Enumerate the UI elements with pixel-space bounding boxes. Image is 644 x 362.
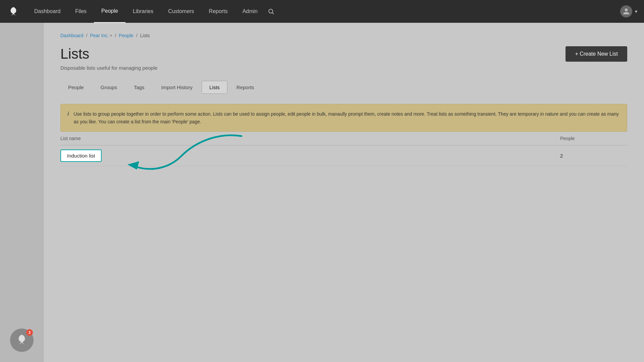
left-sidebar	[0, 23, 44, 362]
org-chevron-icon: ▾	[110, 33, 112, 38]
widget-icon	[16, 334, 28, 347]
info-text: Use lists to group people together in or…	[73, 110, 620, 125]
people-count: 2	[560, 153, 627, 159]
tab-groups[interactable]: Groups	[93, 81, 125, 94]
user-menu-chevron[interactable]: ▾	[635, 9, 637, 14]
page-title-area: Lists	[60, 46, 89, 62]
nav-reports[interactable]: Reports	[202, 0, 235, 23]
breadcrumb-sep-1: /	[86, 33, 88, 38]
info-box: i Use lists to group people together in …	[60, 104, 627, 132]
column-list-name: List name	[60, 136, 560, 141]
tab-people[interactable]: People	[60, 81, 92, 94]
logo[interactable]	[7, 5, 20, 18]
create-new-list-button[interactable]: + Create New List	[566, 46, 627, 62]
avatar[interactable]	[620, 5, 632, 17]
main-content: Dashboard / Pear Inc. ▾ / People / Lists…	[44, 23, 644, 362]
column-people: People	[560, 136, 627, 141]
table-header: List name People	[60, 132, 627, 145]
tab-reports[interactable]: Reports	[229, 81, 262, 94]
breadcrumb-dashboard[interactable]: Dashboard	[60, 33, 84, 38]
nav-links: Dashboard Files People Libraries Custome…	[27, 0, 620, 23]
search-icon[interactable]	[265, 5, 277, 17]
info-icon: i	[67, 111, 69, 125]
nav-files[interactable]: Files	[68, 0, 94, 23]
nav-admin[interactable]: Admin	[235, 0, 265, 23]
page-title: Lists	[60, 46, 89, 62]
tab-tags[interactable]: Tags	[126, 81, 152, 94]
breadcrumb: Dashboard / Pear Inc. ▾ / People / Lists	[60, 33, 627, 38]
tab-import-history[interactable]: Import History	[154, 81, 200, 94]
induction-list-link[interactable]: Induction list	[60, 149, 102, 162]
widget-badge: 2	[26, 329, 33, 336]
bottom-widget[interactable]: 2	[10, 328, 34, 352]
page-subtitle: Disposable lists useful for managing peo…	[60, 65, 627, 71]
breadcrumb-org[interactable]: Pear Inc. ▾	[90, 33, 112, 38]
table-row: Induction list 2	[60, 145, 627, 166]
list-name-cell: Induction list	[60, 149, 560, 162]
nav-libraries[interactable]: Libraries	[125, 0, 161, 23]
widget-circle[interactable]: 2	[10, 328, 34, 352]
tab-lists[interactable]: Lists	[202, 81, 227, 94]
nav-customers[interactable]: Customers	[161, 0, 201, 23]
nav-right: ▾	[620, 5, 637, 17]
svg-line-1	[272, 13, 274, 14]
breadcrumb-current: Lists	[140, 33, 150, 38]
tabs: People Groups Tags Import History Lists …	[60, 81, 627, 94]
breadcrumb-people[interactable]: People	[119, 33, 133, 38]
nav-people[interactable]: People	[94, 0, 125, 23]
svg-point-0	[269, 9, 273, 13]
top-navigation: Dashboard Files People Libraries Custome…	[0, 0, 644, 23]
breadcrumb-sep-3: /	[136, 33, 138, 38]
lists-table: List name People Induction list 2	[60, 132, 627, 166]
page-header: Lists + Create New List	[60, 46, 627, 62]
nav-dashboard[interactable]: Dashboard	[27, 0, 68, 23]
breadcrumb-sep-2: /	[115, 33, 116, 38]
main-wrapper: Dashboard / Pear Inc. ▾ / People / Lists…	[0, 23, 644, 362]
